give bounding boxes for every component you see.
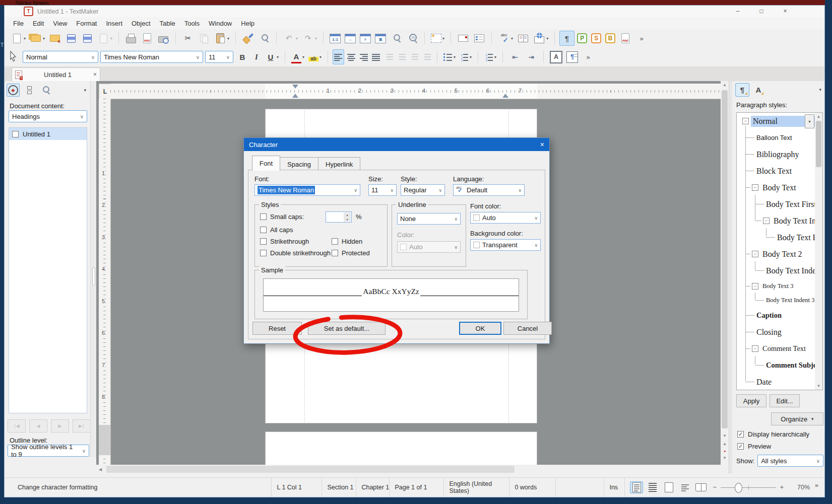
presentations[interactable]: S bbox=[590, 31, 603, 46]
set-as-default-button[interactable]: Set as default... bbox=[308, 322, 386, 335]
content-filter-combobox[interactable]: Headings ∨ bbox=[9, 110, 87, 122]
size-combobox[interactable]: 11 ∨ bbox=[368, 184, 397, 196]
status-cell[interactable]: 0 words bbox=[509, 478, 555, 497]
close-button[interactable]: × bbox=[774, 6, 797, 17]
style-item[interactable]: Comment Subject bbox=[737, 357, 822, 374]
scrollbar-thumb[interactable] bbox=[816, 121, 821, 167]
style-item[interactable]: − Comment Text bbox=[737, 340, 822, 357]
paragraph-styles-tab[interactable]: ¶ bbox=[735, 83, 749, 97]
double-strikethrough-checkbox[interactable]: Double strikethrough bbox=[260, 249, 331, 257]
underline[interactable]: U ▾ bbox=[264, 49, 280, 64]
vertical-scrollbar[interactable]: ▲ ▼ ▲ ● ▼ bbox=[721, 81, 729, 474]
copy[interactable] bbox=[197, 31, 212, 46]
revert[interactable]: ▾ bbox=[96, 31, 114, 46]
decrease-indent[interactable]: ⇤ bbox=[507, 49, 523, 64]
zoom-slider[interactable] bbox=[721, 487, 776, 488]
fit-width[interactable]: ↔ bbox=[343, 31, 357, 46]
view-normal[interactable] bbox=[630, 481, 643, 493]
open[interactable]: ▾ bbox=[28, 31, 46, 46]
display-hierarchically-checkbox[interactable]: ✓ Display hierarchically bbox=[737, 430, 809, 438]
style-item[interactable]: Body Text Indent 3 bbox=[737, 293, 822, 307]
object-mode-pointer-icon[interactable] bbox=[8, 50, 19, 63]
cancel-button[interactable]: Cancel bbox=[503, 322, 552, 335]
scrollbar-thumb[interactable] bbox=[106, 466, 515, 473]
align-left[interactable] bbox=[333, 49, 344, 64]
page-2[interactable] bbox=[265, 431, 537, 465]
align-right[interactable] bbox=[358, 49, 369, 64]
toolbar-overflow[interactable]: » bbox=[634, 31, 649, 46]
paragraph-style-combobox[interactable]: Normal ∨ bbox=[23, 51, 98, 63]
organize-button[interactable]: Organize ▾ bbox=[771, 412, 823, 425]
cut[interactable]: ✂ bbox=[180, 31, 196, 46]
minimize-button[interactable]: – bbox=[726, 6, 749, 17]
tab-stop-selector[interactable]: L bbox=[99, 84, 111, 100]
character-styles-tab[interactable]: A bbox=[751, 83, 765, 97]
dialog-close-icon[interactable]: × bbox=[540, 140, 544, 149]
search[interactable] bbox=[257, 31, 272, 46]
hidden-checkbox[interactable]: Hidden bbox=[332, 238, 362, 245]
save-all[interactable] bbox=[80, 31, 95, 46]
align-justify[interactable] bbox=[370, 49, 382, 64]
status-cell[interactable] bbox=[555, 478, 604, 497]
spin-up-icon[interactable]: ▲ bbox=[344, 212, 351, 217]
dialog-tab[interactable]: Font bbox=[252, 156, 280, 171]
scrollbar-thumb[interactable] bbox=[722, 90, 728, 428]
status-cell[interactable]: English (United States) bbox=[443, 478, 509, 497]
strikethrough-checkbox[interactable]: Strikethrough bbox=[260, 238, 309, 245]
tree-collapse-icon[interactable]: − bbox=[752, 184, 758, 191]
style-item[interactable]: Block Text bbox=[737, 163, 822, 179]
checkbox-checked[interactable]: ✓ bbox=[737, 443, 744, 450]
zoom-original[interactable]: 1:1 bbox=[328, 31, 342, 46]
tree-collapse-icon[interactable]: − bbox=[752, 283, 758, 290]
multi-page-view[interactable]: ≣ bbox=[373, 31, 388, 46]
new-document[interactable]: ▾ bbox=[9, 31, 27, 46]
space-below[interactable] bbox=[408, 49, 420, 64]
font-size-combobox[interactable]: 11 ∨ bbox=[205, 51, 233, 63]
print[interactable] bbox=[123, 31, 139, 46]
close-document[interactable] bbox=[47, 31, 62, 46]
document-tab[interactable]: Untitled 1 × bbox=[12, 67, 100, 81]
font-name-combobox[interactable]: Times New Roman ∨ bbox=[100, 51, 203, 63]
language-combobox[interactable]: Default ∨ bbox=[453, 184, 525, 196]
zoom-percentage[interactable]: 70% bbox=[788, 484, 810, 491]
spin-down-icon[interactable]: ▼ bbox=[344, 217, 351, 222]
background-color-combobox[interactable]: Transparent ∨ bbox=[470, 239, 541, 251]
styles-list-scrollbar[interactable]: ▲ ▼ bbox=[815, 113, 822, 390]
style-item[interactable]: Closing bbox=[737, 324, 822, 340]
status-cell[interactable]: L 1 Col 1 bbox=[271, 478, 322, 497]
horizontal-scrollbar[interactable]: ◀ bbox=[96, 465, 721, 474]
redo[interactable]: ↷ ▾ bbox=[300, 31, 318, 46]
character-dialog[interactable]: A bbox=[548, 49, 564, 64]
basicmaker[interactable]: B bbox=[604, 31, 617, 46]
zoom[interactable] bbox=[389, 31, 404, 46]
align-center[interactable] bbox=[345, 49, 357, 64]
style-item[interactable]: Caption bbox=[737, 307, 822, 324]
checkbox-checked[interactable]: ✓ bbox=[737, 431, 744, 438]
page-view[interactable]: ≡ bbox=[358, 31, 372, 46]
checkbox[interactable] bbox=[260, 238, 267, 245]
sidebar-menu-arrow-icon[interactable]: ▾ bbox=[819, 87, 821, 92]
menu-item[interactable]: View bbox=[48, 18, 72, 29]
style-item[interactable]: − Body Text bbox=[737, 179, 822, 196]
apply-button[interactable]: Apply bbox=[736, 394, 766, 407]
font-color-combobox[interactable]: Auto ∨ bbox=[470, 212, 541, 224]
paste[interactable]: ▾ bbox=[213, 31, 231, 46]
left-indent-marker[interactable] bbox=[292, 94, 298, 98]
edit-button[interactable]: Edit... bbox=[770, 394, 800, 407]
small-caps-percent-spinner[interactable]: ▲ ▼ bbox=[326, 211, 352, 223]
style-item[interactable]: Body Text Indent bbox=[737, 262, 822, 279]
checkbox[interactable] bbox=[12, 131, 19, 137]
menu-item[interactable]: Window bbox=[204, 18, 236, 29]
status-cell[interactable]: Chapter 1 bbox=[356, 478, 389, 497]
scroll-up-icon[interactable]: ▲ bbox=[815, 114, 822, 119]
tree-collapse-icon[interactable]: − bbox=[752, 345, 758, 352]
dialog-titlebar[interactable]: Character × bbox=[244, 138, 549, 151]
menu-item[interactable]: Object bbox=[127, 18, 155, 29]
panel-menu-arrow-icon[interactable]: ▾ bbox=[84, 88, 88, 93]
style-item[interactable]: Body Text First In bbox=[737, 196, 822, 212]
tree-collapse-icon[interactable]: − bbox=[742, 118, 749, 124]
all-caps-checkbox[interactable]: All caps bbox=[260, 226, 293, 234]
checkbox[interactable] bbox=[260, 213, 267, 220]
right-indent-marker[interactable] bbox=[502, 94, 508, 98]
paragraph-dialog[interactable]: ¶ bbox=[565, 49, 580, 64]
